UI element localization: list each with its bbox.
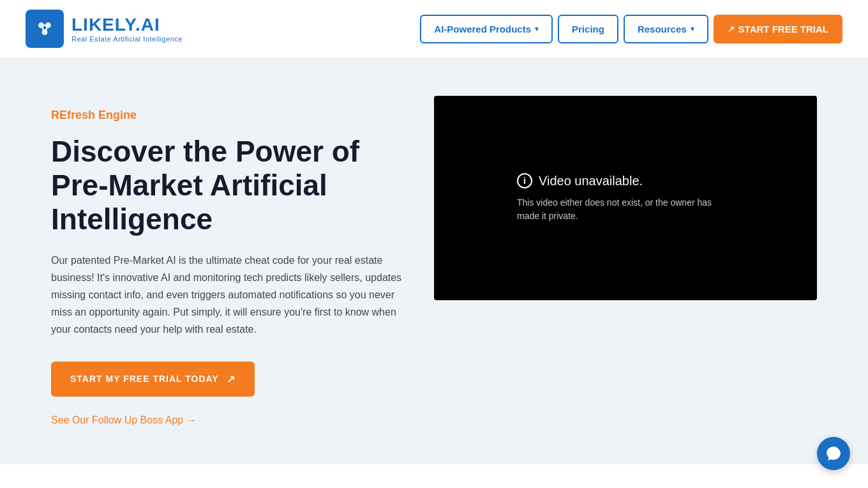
video-unavailable-title: i Video unavailable. xyxy=(517,173,643,188)
bottom-section: Breathe new life into your real estate b… xyxy=(0,464,868,488)
chevron-down-icon: ▾ xyxy=(535,25,539,33)
nav-right: AI-Powered Products ▾ Pricing Resources … xyxy=(420,15,842,43)
hero-tag: REfresh Engine xyxy=(51,109,408,122)
svg-point-2 xyxy=(42,29,48,35)
logo-icon xyxy=(26,10,64,48)
nav-ai-products-button[interactable]: AI-Powered Products ▾ xyxy=(420,15,553,43)
nav-pricing-label: Pricing xyxy=(572,24,604,34)
video-unavailable-title-text: Video unavailable. xyxy=(539,174,643,188)
hero-section: REfresh Engine Discover the Power of Pre… xyxy=(0,57,868,464)
hero-title-line1: Discover the Power of xyxy=(51,135,359,168)
hero-left: REfresh Engine Discover the Power of Pre… xyxy=(51,96,408,426)
chevron-down-icon-2: ▾ xyxy=(691,25,694,33)
nav-ai-products-label: AI-Powered Products xyxy=(434,24,531,34)
nav-trial-button[interactable]: ↗ START FREE TRIAL xyxy=(714,15,842,43)
nav-pricing-button[interactable]: Pricing xyxy=(558,15,618,43)
hero-cta-button[interactable]: START MY FREE TRIAL TODAY ↗ xyxy=(51,362,255,397)
logo-main-text: LIKELY.AI xyxy=(71,15,183,35)
video-unavailable-desc: This video either does not exist, or the… xyxy=(517,196,734,223)
hero-followup-link[interactable]: See Our Follow Up Boss App → xyxy=(51,415,408,426)
hero-description: Our patented Pre-Market AI is the ultima… xyxy=(51,252,408,339)
chat-bubble-button[interactable] xyxy=(817,437,850,470)
hero-cta-label: START MY FREE TRIAL TODAY xyxy=(70,374,219,384)
navbar: LIKELY.AI Real Estate Artificial Intelli… xyxy=(0,0,868,57)
external-link-icon: ↗ xyxy=(728,24,735,34)
hero-title-line2: Pre-Market Artificial Intelligence xyxy=(51,169,327,236)
hero-title: Discover the Power of Pre-Market Artific… xyxy=(51,135,408,236)
nav-resources-button[interactable]: Resources ▾ xyxy=(624,15,708,43)
logo: LIKELY.AI Real Estate Artificial Intelli… xyxy=(26,10,183,48)
hero-right: i Video unavailable. This video either d… xyxy=(434,96,817,300)
hero-link-label: See Our Follow Up Boss App → xyxy=(51,415,197,425)
nav-resources-label: Resources xyxy=(638,24,687,34)
external-link-icon-cta: ↗ xyxy=(227,373,236,385)
info-icon: i xyxy=(517,173,532,188)
video-unavailable: i Video unavailable. This video either d… xyxy=(491,160,760,236)
nav-trial-label: START FREE TRIAL xyxy=(738,24,828,34)
logo-sub-text: Real Estate Artificial Intelligence xyxy=(71,35,183,43)
logo-text: LIKELY.AI Real Estate Artificial Intelli… xyxy=(71,15,183,43)
video-container: i Video unavailable. This video either d… xyxy=(434,96,817,300)
